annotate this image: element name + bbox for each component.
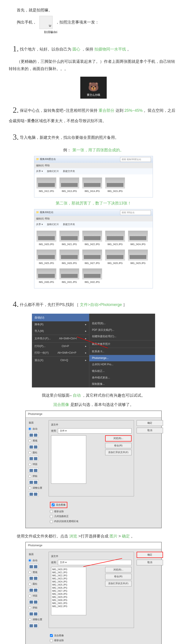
list-item[interactable]: IMG_2421.JPG — [52, 571, 85, 574]
layout-option[interactable]: 拼贴 — [28, 606, 46, 610]
ps-submenu-item[interactable]: 合并到 HDR Pro... — [89, 361, 155, 368]
file-thumb[interactable]: IMG_2421.JPG — [59, 231, 79, 246]
list-item[interactable]: IMG_2427.JPG — [52, 590, 85, 592]
fb1-tb-slide[interactable]: 放映幻灯片 — [47, 169, 59, 174]
ps-menu-item[interactable]: 脚本(R) — [32, 321, 89, 328]
layout-option[interactable]: 调整位置 — [28, 486, 46, 490]
thumb-name: IMG_2432.JPG — [82, 280, 102, 284]
dlg2-chk-blend[interactable]: 混合图像 — [50, 634, 158, 638]
dlg1-chk-geo[interactable]: 几何扭曲校正 — [50, 514, 158, 518]
file-thumb[interactable]: IMG_2426.JPG — [59, 250, 79, 265]
intro-p1: 首先，就是拍照嘛。 — [9, 6, 178, 14]
layout-option[interactable]: 透视 — [28, 439, 46, 443]
ps-submenu-item[interactable]: 联系表 II... — [89, 348, 155, 355]
list-item[interactable]: IMG_2429.JPG — [52, 596, 85, 599]
ps-menu-item[interactable]: 文件简介(F)...Alt+Shift+Ctrl+I — [32, 336, 89, 342]
file-thumb[interactable]: IMG_2412.JPG — [37, 178, 56, 193]
ps-submenu-item[interactable]: Photomerge... — [89, 355, 155, 362]
fb1-tb-new[interactable]: 新建文件夹 — [63, 169, 75, 174]
layout-option[interactable]: 圆柱 — [28, 582, 46, 586]
list-item[interactable]: IMG_2430.JPG — [52, 599, 85, 602]
layout-option[interactable]: 拼贴 — [28, 474, 46, 478]
file-thumb[interactable]: IMG_2431.JPG — [59, 268, 79, 284]
file-thumb[interactable]: IMG_2430.JPG — [37, 268, 56, 284]
list-item[interactable]: IMG_2431.JPG — [52, 602, 85, 605]
layout-option[interactable]: 自动 — [28, 558, 46, 563]
file-thumb[interactable]: IMG_2422.JPG — [82, 231, 102, 246]
ps-menu-head[interactable]: 自动(U) — [32, 314, 89, 321]
fb2-tb-slide[interactable]: 放映幻灯片 — [47, 222, 59, 227]
ps-submenu-item[interactable]: 镜头校正... — [89, 368, 155, 374]
fb2-tb-share[interactable]: 共享 ▾ — [36, 222, 43, 227]
ps-submenu-item[interactable]: 批处理(B)... — [89, 320, 155, 327]
ps-submenu-item[interactable]: 条件模式更改... — [89, 374, 155, 381]
layout-option[interactable]: 球面 — [28, 594, 46, 598]
file-thumb[interactable]: IMG_2413.JPG — [59, 178, 79, 193]
layout-option[interactable]: 调整位置 — [28, 618, 46, 622]
thumb-name: IMG_2425.JPG — [37, 262, 56, 265]
file-thumb[interactable]: IMG_2415.JPG — [105, 178, 125, 193]
dlg1-src-label: 源文件 — [51, 422, 132, 427]
dlg2-cancel-button[interactable]: 取消 — [137, 560, 163, 565]
ps-submenu-item[interactable]: 创建快捷批处理(C)... — [89, 333, 155, 340]
dlg2-browse-button[interactable]: 浏览(B)... — [105, 567, 132, 572]
layout-thumb — [28, 432, 39, 437]
ps-submenu-item[interactable]: 限制图像... — [89, 381, 155, 388]
list-item[interactable]: IMG_2428.JPG — [52, 592, 85, 596]
ps-menu-item[interactable]: 打印一份(Y)Alt+Shift+Ctrl+P — [32, 350, 89, 356]
file-thumb[interactable]: IMG_2420.JPG — [37, 231, 56, 246]
layout-option[interactable]: 透视 — [28, 570, 46, 574]
fb2-search[interactable]: 搜索 300左右 — [120, 210, 151, 215]
list-item[interactable]: IMG_2424.JPG — [52, 580, 85, 584]
dlg1-ok-button[interactable]: 确定 — [137, 420, 163, 426]
dlg1-chk-vignette[interactable]: 晕影去除 — [50, 509, 158, 514]
layout-thumb — [28, 588, 39, 592]
dlg2-addopen-button[interactable]: 添加打开的文件(F) — [105, 581, 132, 586]
file-thumb[interactable]: IMG_2423.JPG — [105, 231, 125, 246]
file-thumb[interactable]: IMG_2424.JPG — [128, 231, 148, 246]
dlg2-file-list[interactable]: IMG_2420.JPGIMG_2421.JPGIMG_2422.JPGIMG_… — [51, 567, 86, 615]
ps-menu-item[interactable]: 导入(M) — [32, 328, 89, 334]
dlg1-chk-blend[interactable]: 混合图像 — [50, 502, 67, 508]
dlg1-addopen-button[interactable]: 添加打开的文件(F) — [105, 450, 132, 455]
fb1-menu[interactable]: 编辑(E) 帮助 — [34, 163, 153, 168]
file-thumb[interactable]: IMG_2427.JPG — [82, 250, 102, 265]
file-thumb[interactable]: IMG_2428.JPG — [105, 250, 125, 265]
dlg1-remove-button[interactable]: 移去(R) — [105, 443, 132, 448]
dlg1-browse-button[interactable]: 浏览(B)... — [105, 435, 132, 442]
photomerge-dialog-2: Photomerge 版面 自动透视圆柱球面拼贴调整位置 源文件 使用: 文件 … — [25, 542, 162, 644]
file-thumb[interactable]: IMG_2429.JPG — [128, 250, 148, 265]
fb2-tb-new[interactable]: 新建文件夹 — [63, 222, 75, 227]
fb2-menu[interactable]: 编辑(E) 帮助 — [34, 216, 153, 222]
dlg1-use-select[interactable]: 文件 ▾ — [58, 428, 132, 434]
dlg2-ok-button[interactable]: 确定 — [137, 552, 163, 558]
ps-submenu-item[interactable]: PDF 演示文稿(P)... — [89, 327, 155, 334]
fb1-search[interactable]: 搜索 视角300度左右 — [120, 157, 151, 162]
intro-p2b: ，拍照注意事项来一发： — [55, 20, 99, 24]
list-item[interactable]: IMG_2423.JPG — [52, 577, 85, 580]
fb1-tb-share[interactable]: 共享 ▾ — [36, 169, 43, 174]
list-item[interactable]: IMG_2420.JPG — [52, 568, 85, 571]
ps-menu-item[interactable]: 退出(X)Ctrl+Q — [32, 357, 89, 364]
file-thumb[interactable]: IMG_2425.JPG — [37, 250, 56, 265]
list-item[interactable]: IMG_2425.JPG — [52, 584, 85, 586]
layout-option[interactable]: 球面 — [28, 462, 46, 466]
dlg2-remove-button[interactable]: 移去(R) — [105, 574, 132, 580]
layout-option[interactable]: 自动 — [28, 427, 46, 431]
layout-option[interactable]: 圆柱 — [28, 450, 46, 455]
list-item[interactable]: IMG_2422.JPG — [52, 574, 85, 577]
ps-submenu-item[interactable]: 裁剪并修齐照片 — [89, 341, 155, 348]
thumb-name: IMG_2412.JPG — [37, 189, 56, 193]
thumb-image — [59, 268, 79, 280]
file-thumb[interactable]: IMG_2414.JPG — [82, 178, 102, 193]
dlg1-cancel-button[interactable]: 取消 — [137, 428, 163, 433]
thumb-image — [59, 231, 79, 242]
dlg1-file-list[interactable] — [51, 435, 86, 484]
dlg2-chk-vignette[interactable]: 晕影去除 — [50, 638, 158, 643]
file-thumb[interactable]: IMG_2432.JPG — [82, 268, 102, 284]
list-item[interactable]: IMG_2432.JPG — [52, 605, 85, 608]
dlg1-chk-fill[interactable]: 内容识别填充透明区域 — [50, 519, 158, 524]
ps-menu-item[interactable]: 打印(P)...Ctrl+P — [32, 343, 89, 350]
dlg1-layout-label: 版面 — [28, 420, 46, 426]
list-item[interactable]: IMG_2426.JPG — [52, 586, 85, 590]
